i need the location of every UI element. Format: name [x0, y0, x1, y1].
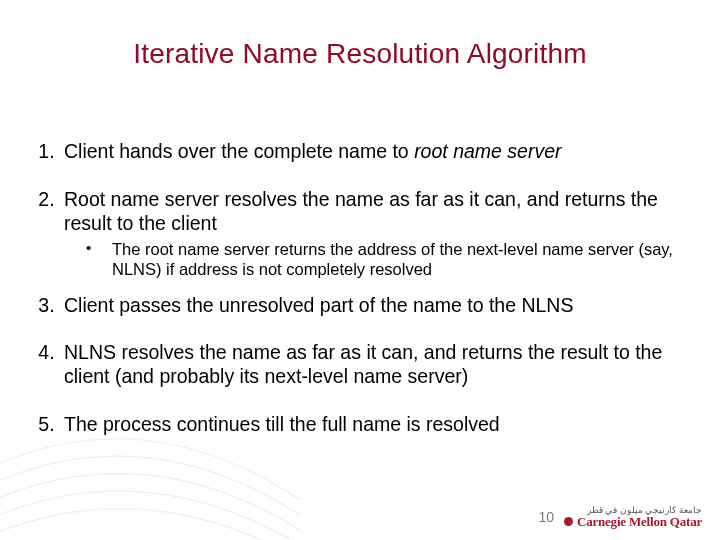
list-item: NLNS resolves the name as far as it can,…: [60, 341, 692, 389]
slide-title: Iterative Name Resolution Algorithm: [0, 38, 720, 70]
logo: جامعة كارنيجي ميلون في قطر Carnegie Mell…: [564, 506, 702, 528]
main-list: Client hands over the complete name to r…: [28, 140, 692, 437]
list-item: Client passes the unresolved part of the…: [60, 294, 692, 318]
footer: 10 جامعة كارنيجي ميلون في قطر Carnegie M…: [538, 506, 702, 528]
logo-dot-icon: [564, 517, 573, 526]
list-text: Root name server resolves the name as fa…: [64, 188, 658, 234]
list-text: Client passes the unresolved part of the…: [64, 294, 573, 316]
sub-item: The root name server returns the address…: [86, 239, 692, 279]
list-item: Client hands over the complete name to r…: [60, 140, 692, 164]
list-text: NLNS resolves the name as far as it can,…: [64, 341, 662, 387]
content: Client hands over the complete name to r…: [28, 140, 692, 461]
list-item: Root name server resolves the name as fa…: [60, 188, 692, 280]
slide: Iterative Name Resolution Algorithm Clie…: [0, 0, 720, 540]
list-text: Client hands over the complete name to: [64, 140, 414, 162]
page-number: 10: [538, 509, 554, 525]
sub-list: The root name server returns the address…: [86, 239, 692, 279]
list-item: The process continues till the full name…: [60, 413, 692, 437]
logo-english: Carnegie Mellon Qatar: [564, 515, 702, 528]
list-em: root name server: [414, 140, 561, 162]
logo-text: Carnegie Mellon Qatar: [577, 515, 702, 528]
list-text: The process continues till the full name…: [64, 413, 500, 435]
